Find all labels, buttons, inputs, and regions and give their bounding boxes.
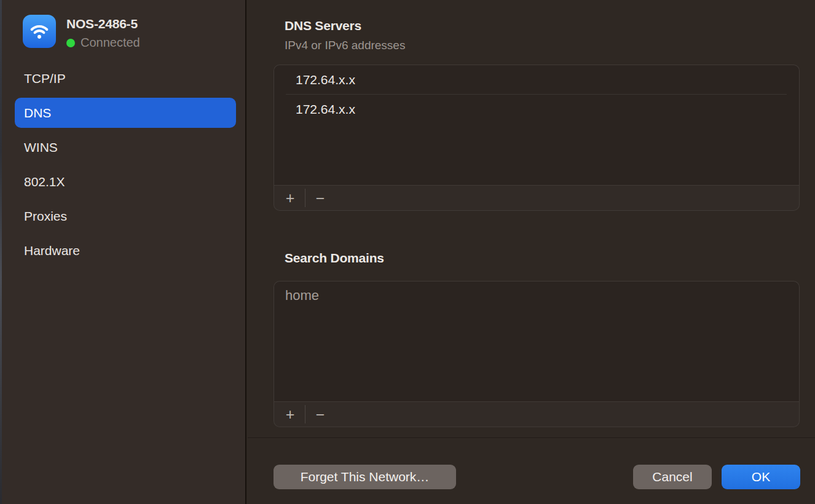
sidebar-item-tcpip[interactable]: TCP/IP (15, 63, 236, 93)
dns-servers-header: DNS Servers IPv4 or IPv6 addresses (285, 18, 405, 52)
dns-server-row[interactable]: 172.64.x.x (274, 65, 799, 95)
footer-divider (248, 438, 815, 438)
network-status: Connected (66, 36, 140, 50)
sidebar-item-hardware[interactable]: Hardware (15, 235, 236, 266)
status-label: Connected (81, 36, 140, 50)
sidebar-nav: TCP/IP DNS WINS 802.1X Proxies Hardware (15, 63, 236, 270)
main-panel: DNS Servers IPv4 or IPv6 addresses 172.6… (248, 0, 815, 504)
ok-button[interactable]: OK (722, 465, 800, 489)
search-domain-value: home (285, 288, 319, 304)
sidebar-item-label: DNS (24, 106, 51, 120)
add-search-domain-button[interactable]: + (278, 404, 302, 424)
network-meta: NOS-2486-5 Connected (66, 15, 140, 50)
search-domains-listbox: home + − (274, 281, 800, 427)
dns-servers-title: DNS Servers (285, 18, 405, 33)
dns-servers-list: 172.64.x.x 172.64.x.x (274, 65, 799, 185)
dns-server-value: 172.64.x.x (296, 102, 355, 117)
network-header: NOS-2486-5 Connected (23, 15, 140, 50)
sidebar-item-wins[interactable]: WINS (15, 132, 236, 162)
sidebar-item-8021x[interactable]: 802.1X (15, 167, 236, 197)
dns-server-value: 172.64.x.x (296, 73, 355, 87)
add-dns-server-button[interactable]: + (278, 188, 302, 208)
cancel-button[interactable]: Cancel (633, 465, 712, 489)
search-domain-row[interactable]: home (274, 282, 799, 310)
sidebar-item-label: WINS (24, 140, 58, 155)
search-domains-header: Search Domains (285, 251, 384, 266)
sidebar-item-proxies[interactable]: Proxies (15, 201, 236, 231)
toolbar-separator (305, 405, 305, 423)
toolbar-separator (305, 189, 305, 207)
dns-servers-list-toolbar: + − (274, 185, 799, 210)
network-details-sheet: NOS-2486-5 Connected TCP/IP DNS WINS 802… (0, 0, 815, 504)
status-dot-icon (66, 39, 75, 47)
remove-dns-server-button[interactable]: − (309, 188, 332, 208)
wifi-icon (23, 15, 56, 48)
dns-servers-subtitle: IPv4 or IPv6 addresses (285, 39, 405, 52)
search-domains-list: home (274, 282, 799, 401)
network-name: NOS-2486-5 (66, 17, 140, 31)
sidebar-item-label: TCP/IP (24, 71, 66, 86)
dns-servers-listbox: 172.64.x.x 172.64.x.x + − (274, 65, 800, 211)
dns-server-row[interactable]: 172.64.x.x (274, 95, 799, 124)
remove-search-domain-button[interactable]: − (309, 404, 332, 424)
sidebar-item-label: 802.1X (24, 175, 65, 189)
sidebar-item-label: Hardware (24, 243, 80, 258)
forget-network-button[interactable]: Forget This Network… (274, 465, 456, 489)
search-domains-title: Search Domains (285, 251, 384, 266)
search-domains-list-toolbar: + − (274, 401, 799, 427)
sidebar-item-dns[interactable]: DNS (15, 98, 236, 128)
sidebar-item-label: Proxies (24, 209, 67, 224)
sidebar: NOS-2486-5 Connected TCP/IP DNS WINS 802… (2, 0, 246, 504)
